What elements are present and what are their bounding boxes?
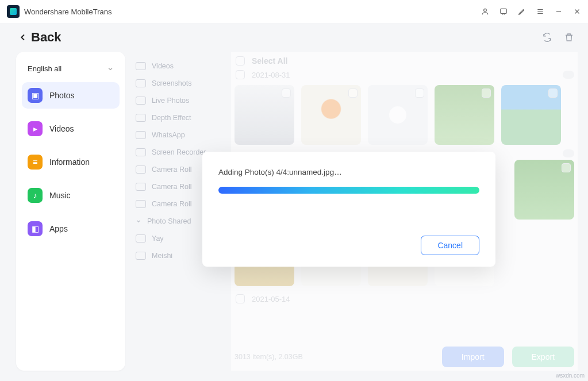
folder-label: Live Photos [152, 97, 189, 105]
import-button[interactable]: Import [442, 347, 504, 367]
language-label: English all [28, 64, 62, 73]
folder-icon [136, 79, 146, 87]
folder-item[interactable]: Videos [132, 57, 224, 75]
music-icon: ♪ [28, 188, 43, 203]
watermark: wsxdn.com [556, 372, 585, 379]
folder-icon [136, 114, 146, 122]
refresh-icon[interactable] [542, 32, 552, 43]
sidebar-item-information[interactable]: ≡ Information [22, 149, 120, 175]
folder-item[interactable]: Live Photos [132, 92, 224, 109]
thumb-grid-1 [231, 83, 578, 149]
folder-label: Yay [152, 234, 164, 243]
app-title: Wondershare MobileTrans [24, 7, 112, 16]
content-footer: 3013 item(s), 2.03GB Import Export [235, 347, 574, 367]
sidebar-item-photos[interactable]: ▣ Photos [22, 82, 120, 109]
photo-thumb[interactable] [235, 85, 294, 145]
sidebar-item-label: Videos [49, 124, 74, 133]
photo-thumb[interactable] [435, 85, 494, 145]
folder-icon [136, 183, 146, 191]
summary-text: 3013 item(s), 2.03GB [235, 353, 303, 361]
progress-dialog: Adding Photo(s) 4/4:unnamed.jpg… Cancel [202, 152, 495, 267]
sidebar-item-label: Information [49, 157, 90, 167]
progress-bar [218, 187, 479, 194]
account-icon[interactable] [481, 7, 489, 16]
folder-icon [136, 97, 146, 105]
video-thumb[interactable] [368, 85, 428, 145]
app-logo [7, 5, 20, 18]
folder-icon [136, 131, 146, 139]
chevron-left-icon [18, 33, 28, 42]
close-icon[interactable] [573, 7, 581, 16]
titlebar-left: Wondershare MobileTrans [7, 5, 112, 18]
checkbox[interactable] [562, 163, 571, 172]
checkbox[interactable] [236, 56, 245, 66]
checkbox[interactable] [415, 88, 424, 98]
export-button[interactable]: Export [512, 347, 574, 367]
folder-item[interactable]: WhatsApp [132, 126, 224, 144]
folder-label: Screenshots [152, 79, 191, 87]
count-badge [563, 149, 574, 157]
information-icon: ≡ [28, 155, 43, 170]
folder-icon [136, 200, 146, 208]
select-all-label: Select All [252, 56, 288, 66]
edit-icon[interactable] [518, 7, 526, 16]
folder-icon [136, 148, 146, 156]
cancel-button[interactable]: Cancel [421, 236, 479, 255]
titlebar-actions [481, 7, 581, 16]
date-group-2[interactable]: 2021-05-14 [231, 291, 578, 307]
back-button[interactable]: Back [18, 30, 62, 45]
date-group-1[interactable]: 2021-08-31 [231, 67, 578, 83]
sidebar-item-label: Apps [49, 224, 68, 233]
sidebar: English all ▣ Photos ▸ Videos ≡ Informat… [16, 52, 125, 371]
checkbox[interactable] [236, 70, 245, 79]
checkbox[interactable] [236, 294, 245, 303]
folder-label: Videos [152, 62, 174, 70]
feedback-icon[interactable] [499, 7, 508, 16]
checkbox[interactable] [548, 88, 558, 98]
folder-item[interactable]: Screenshots [132, 75, 224, 92]
folder-icon [136, 252, 146, 260]
photo-thumb[interactable] [301, 85, 361, 145]
checkbox[interactable] [482, 88, 491, 98]
folder-label: Screen Recorder [152, 148, 206, 156]
back-label: Back [31, 30, 62, 45]
sidebar-item-label: Photos [49, 91, 75, 100]
folder-label: Camera Roll [152, 166, 191, 174]
photo-thumb[interactable] [514, 160, 574, 220]
sidebar-item-music[interactable]: ♪ Music [22, 182, 120, 209]
folder-label: Camera Roll [152, 183, 191, 191]
photos-icon: ▣ [28, 88, 43, 103]
back-row: Back [0, 23, 588, 52]
checkbox[interactable] [282, 88, 291, 98]
minimize-icon[interactable] [555, 7, 563, 16]
modal-footer: Cancel [218, 236, 479, 255]
apps-icon: ◧ [28, 221, 43, 236]
sidebar-item-apps[interactable]: ◧ Apps [22, 215, 120, 242]
folder-icon [136, 166, 146, 174]
folder-label: WhatsApp [152, 131, 185, 139]
folder-label: Photo Shared [147, 217, 191, 225]
folder-item[interactable]: Depth Effect [132, 109, 224, 126]
chevron-down-icon [107, 66, 114, 72]
svg-point-0 [484, 9, 487, 11]
sidebar-item-videos[interactable]: ▸ Videos [22, 116, 120, 142]
folder-icon [136, 62, 146, 70]
date-label: 2021-08-31 [252, 71, 290, 79]
count-badge [563, 71, 574, 79]
trash-icon[interactable] [564, 32, 574, 43]
date-label: 2021-05-14 [252, 295, 290, 303]
language-selector[interactable]: English all [22, 61, 120, 82]
folder-label: Meishi [152, 252, 172, 260]
backrow-actions [542, 32, 574, 43]
folder-icon [136, 234, 146, 243]
titlebar: Wondershare MobileTrans [0, 0, 588, 23]
checkbox[interactable] [348, 88, 358, 98]
videos-icon: ▸ [28, 121, 43, 136]
chevron-down-icon [136, 218, 141, 224]
svg-rect-1 [501, 9, 507, 13]
footer-buttons: Import Export [442, 347, 574, 367]
menu-icon[interactable] [536, 7, 544, 16]
sidebar-item-label: Music [49, 191, 71, 200]
photo-thumb[interactable] [501, 85, 561, 145]
select-all-row[interactable]: Select All [231, 55, 578, 67]
